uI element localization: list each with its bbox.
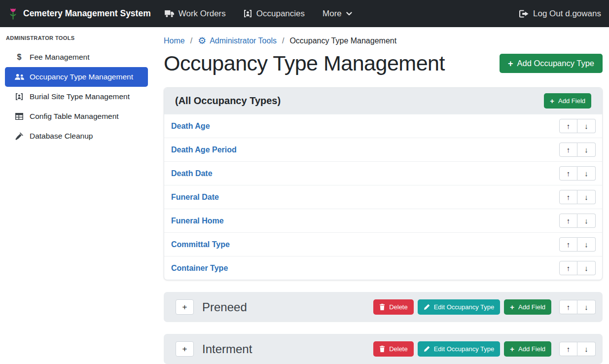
nav-more[interactable]: More (322, 9, 352, 19)
field-row: Death Date ↑ ↓ (164, 161, 602, 185)
move-up-button[interactable]: ↑ (559, 214, 577, 228)
reorder-button-group: ↑ ↓ (559, 166, 596, 181)
add-occupancy-type-label: Add Occupancy Type (517, 59, 594, 68)
expand-button[interactable]: + (176, 299, 194, 315)
pencil-icon (424, 304, 430, 310)
reorder-button-group: ↑ ↓ (559, 143, 596, 157)
add-field-label: Add Field (518, 303, 545, 311)
field-link-death-date[interactable]: Death Date (171, 169, 213, 178)
add-field-button[interactable]: + Add Field (504, 341, 551, 357)
move-up-button[interactable]: ↑ (559, 261, 577, 275)
broom-icon (14, 132, 25, 140)
breadcrumb: Home / ⚙ Administrator Tools / Occupancy… (164, 36, 603, 45)
field-link-committal-type[interactable]: Committal Type (171, 240, 230, 249)
breadcrumb-separator: / (190, 36, 192, 45)
expand-button[interactable]: + (176, 341, 194, 357)
sidebar-item-occupancy-type-management[interactable]: Occupancy Type Management (5, 67, 148, 87)
move-down-button[interactable]: ↓ (577, 300, 596, 314)
plus-icon: + (510, 345, 514, 353)
page-title: Occupancy Type Management (164, 51, 445, 75)
nav-links: Work Orders Occupancies More (165, 9, 352, 19)
edit-occupancy-type-button[interactable]: Edit Occupancy Type (418, 341, 501, 357)
sidebar-item-label: Fee Management (30, 53, 90, 62)
trash-icon (379, 304, 385, 310)
delete-label: Delete (389, 303, 408, 311)
field-link-death-age[interactable]: Death Age (171, 122, 210, 131)
move-up-button[interactable]: ↑ (559, 237, 577, 252)
move-down-button[interactable]: ↓ (577, 214, 596, 228)
add-field-label: Add Field (518, 345, 545, 353)
frame-person-icon (14, 93, 25, 100)
users-icon (14, 73, 25, 80)
breadcrumb-separator: / (282, 36, 284, 45)
sidebar-item-database-cleanup[interactable]: Database Cleanup (5, 126, 148, 146)
occupancy-type-section-interment: + Interment Delete Edit Occupancy Type (164, 334, 603, 364)
add-occupancy-type-button[interactable]: + Add Occupancy Type (500, 54, 603, 73)
logout-link[interactable]: Log Out d.gowans (519, 9, 601, 19)
move-down-button[interactable]: ↓ (577, 166, 596, 181)
delete-button[interactable]: Delete (373, 299, 414, 315)
move-down-button[interactable]: ↓ (577, 143, 596, 157)
field-row: Funeral Home ↑ ↓ (164, 209, 602, 232)
field-link-funeral-date[interactable]: Funeral Date (171, 193, 219, 202)
nav-right: Log Out d.gowans (519, 9, 601, 19)
sidebar-item-config-table-management[interactable]: Config Table Management (5, 107, 148, 126)
reorder-button-group: ↑ ↓ (559, 237, 596, 252)
breadcrumb-home[interactable]: Home (164, 36, 185, 45)
field-row: Death Age Period ↑ ↓ (164, 138, 602, 161)
reorder-button-group: ↑ ↓ (559, 300, 596, 314)
reorder-button-group: ↑ ↓ (559, 342, 596, 356)
add-field-button[interactable]: + Add Field (504, 299, 551, 315)
add-field-label: Add Field (558, 97, 585, 105)
edit-occupancy-type-button[interactable]: Edit Occupancy Type (418, 299, 501, 315)
all-occupancy-types-title: (All Occupancy Types) (175, 95, 281, 107)
move-up-button[interactable]: ↑ (559, 190, 577, 204)
delete-button[interactable]: Delete (373, 341, 414, 357)
nav-occupancies[interactable]: Occupancies (244, 9, 305, 19)
top-navbar: Cemetery Management System Work Orders O… (0, 0, 609, 27)
dollar-icon: $ (14, 53, 25, 62)
logout-label: Log Out d.gowans (533, 9, 601, 19)
logout-icon (519, 10, 529, 18)
truck-icon (165, 10, 174, 17)
breadcrumb-admin-tools-label: Administrator Tools (210, 36, 277, 45)
brand-title: Cemetery Management System (23, 8, 151, 19)
reorder-button-group: ↑ ↓ (559, 261, 596, 275)
move-down-button[interactable]: ↓ (577, 342, 596, 356)
reorder-button-group: ↑ ↓ (559, 214, 596, 228)
sidebar-item-burial-site-type-management[interactable]: Burial Site Type Management (5, 87, 148, 107)
move-up-button[interactable]: ↑ (559, 166, 577, 181)
move-up-button[interactable]: ↑ (559, 342, 577, 356)
field-row: Death Age ↑ ↓ (164, 114, 602, 138)
add-field-button[interactable]: + Add Field (544, 93, 591, 109)
sidebar-item-fee-management[interactable]: $ Fee Management (5, 47, 148, 67)
reorder-button-group: ↑ ↓ (559, 119, 596, 133)
nav-work-orders-label: Work Orders (179, 9, 226, 19)
sidebar-item-label: Burial Site Type Management (30, 92, 130, 101)
all-occupancy-types-card: (All Occupancy Types) + Add Field Death … (164, 87, 603, 280)
move-down-button[interactable]: ↓ (577, 261, 596, 275)
delete-label: Delete (389, 345, 408, 353)
move-down-button[interactable]: ↓ (577, 237, 596, 252)
field-row: Container Type ↑ ↓ (164, 256, 602, 280)
breadcrumb-admin-tools[interactable]: ⚙ Administrator Tools (198, 36, 277, 45)
move-up-button[interactable]: ↑ (559, 119, 577, 133)
section-actions: Delete Edit Occupancy Type + Add Field ↑… (373, 341, 596, 357)
field-link-container-type[interactable]: Container Type (171, 264, 228, 273)
nav-work-orders[interactable]: Work Orders (165, 9, 226, 19)
field-link-funeral-home[interactable]: Funeral Home (171, 217, 224, 225)
move-down-button[interactable]: ↓ (577, 119, 596, 133)
move-down-button[interactable]: ↓ (577, 190, 596, 204)
sidebar-item-label: Database Cleanup (30, 132, 93, 141)
breadcrumb-current: Occupancy Type Management (289, 36, 396, 45)
frame-person-icon (244, 10, 252, 17)
brand[interactable]: Cemetery Management System (8, 7, 151, 20)
admin-tools-sidebar: ADMINISTRATOR TOOLS $ Fee Management Occ… (0, 27, 153, 364)
move-up-button[interactable]: ↑ (559, 300, 577, 314)
field-link-death-age-period[interactable]: Death Age Period (171, 146, 237, 154)
edit-occupancy-type-label: Edit Occupancy Type (434, 303, 495, 311)
title-row: Occupancy Type Management + Add Occupanc… (164, 51, 603, 75)
sidebar-heading: ADMINISTRATOR TOOLS (0, 31, 153, 47)
move-up-button[interactable]: ↑ (559, 143, 577, 157)
field-row: Funeral Date ↑ ↓ (164, 185, 602, 209)
